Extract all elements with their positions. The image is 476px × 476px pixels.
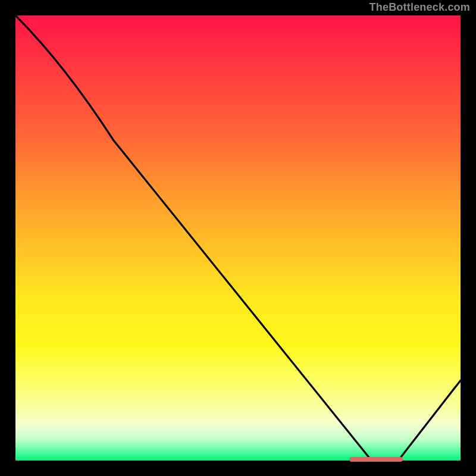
chart-frame: TheBottleneck.com [0, 0, 476, 476]
optimal-range-marker [349, 457, 403, 462]
bottleneck-curve [15, 15, 461, 461]
plot-area [15, 15, 461, 461]
attribution-label: TheBottleneck.com [369, 1, 470, 14]
curve-path [15, 15, 461, 461]
